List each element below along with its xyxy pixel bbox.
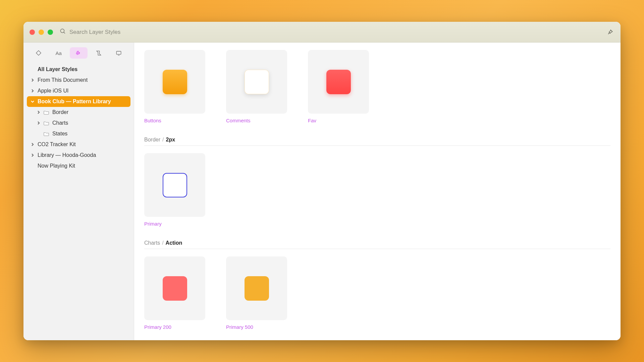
style-card-buttons[interactable]: Buttons — [144, 50, 205, 123]
tree-label: Now Playing Kit — [38, 163, 75, 169]
breadcrumb-separator: / — [162, 240, 163, 246]
filter-tab-layer-styles[interactable] — [70, 47, 88, 59]
filter-tabs: Aa — [23, 43, 134, 62]
chevron-right-icon — [30, 78, 35, 82]
style-label: Fav — [308, 118, 369, 123]
style-swatch — [245, 276, 269, 301]
style-card-primary-200[interactable]: Primary 200 — [144, 256, 205, 330]
window-minimize-button[interactable] — [39, 29, 44, 35]
tree-subitem-charts[interactable]: Charts — [27, 118, 130, 128]
style-tree: All Layer Styles From This Document Appl… — [23, 62, 134, 173]
filter-tab-components[interactable] — [90, 47, 108, 59]
tree-label: Book Club — Pattern Library — [38, 99, 111, 105]
style-swatch — [326, 70, 351, 94]
style-swatch — [163, 276, 187, 301]
search-input[interactable] — [69, 29, 204, 36]
breadcrumb-active: 2px — [166, 137, 175, 143]
section-divider — [144, 249, 610, 249]
filter-tab-shape[interactable] — [30, 47, 48, 59]
style-grid-row: Primary — [144, 153, 610, 227]
section-header-border: Border / 2px — [144, 137, 610, 143]
filter-tab-text[interactable]: Aa — [50, 47, 68, 59]
folder-icon — [44, 110, 50, 115]
chevron-right-icon — [30, 154, 35, 157]
style-grid-row: Buttons Comments Fav — [144, 50, 610, 123]
filter-tab-artboards[interactable] — [110, 47, 128, 59]
svg-point-0 — [60, 29, 64, 33]
style-card-primary-500[interactable]: Primary 500 — [226, 256, 287, 330]
tree-item-now-playing[interactable]: Now Playing Kit — [27, 161, 130, 171]
swatch-frame — [226, 256, 287, 320]
style-card-primary-border[interactable]: Primary — [144, 153, 205, 227]
style-label: Primary — [144, 221, 205, 227]
chevron-right-icon — [30, 143, 35, 146]
chevron-right-icon — [30, 89, 35, 93]
tree-label: States — [52, 131, 67, 137]
svg-line-1 — [64, 32, 65, 34]
main-content: Buttons Comments Fav Border — [134, 43, 621, 340]
chevron-right-icon — [36, 121, 41, 125]
chevron-down-icon — [30, 100, 35, 103]
tree-label: Apple iOS UI — [38, 88, 68, 94]
style-grid-row: Primary 200 Primary 500 — [144, 256, 610, 330]
tree-label: Border — [52, 109, 68, 115]
pin-button[interactable] — [606, 28, 614, 37]
swatch-frame — [144, 256, 205, 320]
style-label: Primary 500 — [226, 324, 287, 330]
titlebar — [23, 22, 621, 43]
tree-label: CO2 Tracker Kit — [38, 141, 76, 147]
tree-label: From This Document — [38, 77, 88, 83]
breadcrumb-parent: Border — [144, 137, 160, 143]
tree-item-co2-tracker[interactable]: CO2 Tracker Kit — [27, 139, 130, 150]
tree-item-from-this-document[interactable]: From This Document — [27, 75, 130, 85]
tree-item-library-hooda-gooda[interactable]: Library — Hooda-Gooda — [27, 150, 130, 161]
style-swatch — [163, 70, 187, 94]
folder-icon — [44, 121, 50, 125]
search-icon — [60, 28, 66, 36]
traffic-lights — [30, 29, 53, 35]
breadcrumb-active: Action — [166, 240, 182, 246]
tree-label: All Layer Styles — [38, 66, 77, 72]
style-label: Comments — [226, 118, 287, 123]
style-label: Buttons — [144, 118, 205, 123]
tree-item-book-club[interactable]: Book Club — Pattern Library — [27, 96, 130, 107]
svg-rect-2 — [36, 51, 41, 55]
breadcrumb-separator: / — [162, 137, 164, 143]
breadcrumb-parent: Charts — [144, 240, 160, 246]
style-swatch — [163, 173, 187, 197]
window-zoom-button[interactable] — [48, 29, 53, 35]
svg-rect-3 — [116, 51, 121, 54]
section-divider — [144, 145, 610, 146]
swatch-frame — [308, 50, 369, 114]
swatch-frame — [144, 153, 205, 217]
swatch-frame — [226, 50, 287, 114]
style-swatch — [245, 70, 269, 94]
style-label: Primary 200 — [144, 324, 205, 330]
app-window: Aa All Layer Styles — [23, 22, 621, 340]
folder-icon — [44, 132, 50, 136]
tree-label: Library — Hooda-Gooda — [38, 152, 96, 158]
chevron-right-icon — [36, 111, 41, 114]
section-header-charts: Charts / Action — [144, 240, 610, 246]
tree-item-apple-ios-ui[interactable]: Apple iOS UI — [27, 85, 130, 96]
style-card-comments[interactable]: Comments — [226, 50, 287, 123]
style-card-fav[interactable]: Fav — [308, 50, 369, 123]
window-close-button[interactable] — [30, 29, 35, 35]
aa-label: Aa — [56, 50, 62, 56]
tree-label: Charts — [52, 120, 68, 126]
sidebar: Aa All Layer Styles — [23, 43, 134, 340]
search-wrap — [60, 28, 606, 36]
tree-subitem-states[interactable]: States — [27, 128, 130, 139]
swatch-frame — [144, 50, 205, 114]
tree-subitem-border[interactable]: Border — [27, 107, 130, 118]
tree-all-styles[interactable]: All Layer Styles — [27, 64, 130, 75]
